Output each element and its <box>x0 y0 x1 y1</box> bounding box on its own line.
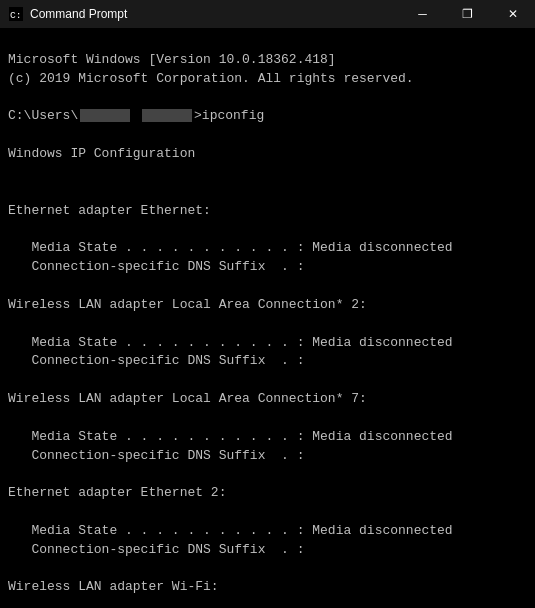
window-title: Command Prompt <box>30 7 127 21</box>
terminal-eth2-dns: Connection-specific DNS Suffix . : <box>8 542 304 557</box>
close-button[interactable]: ✕ <box>490 0 535 28</box>
terminal-wlan2-header: Wireless LAN adapter Local Area Connecti… <box>8 297 367 312</box>
terminal-eth2-header: Ethernet adapter Ethernet 2: <box>8 485 226 500</box>
terminal-eth1-dns: Connection-specific DNS Suffix . : <box>8 259 304 274</box>
terminal-line-ip-config: Windows IP Configuration <box>8 146 195 161</box>
terminal-wlan2-dns: Connection-specific DNS Suffix . : <box>8 353 304 368</box>
terminal-wlan7-media: Media State . . . . . . . . . . . : Medi… <box>8 429 453 444</box>
redacted-username <box>80 109 130 122</box>
terminal-line-blank8 <box>8 504 16 519</box>
cmd-icon: C: <box>8 6 24 22</box>
terminal-wlan2-media: Media State . . . . . . . . . . . : Medi… <box>8 335 453 350</box>
terminal-line-blank2 <box>8 221 16 236</box>
terminal-line-blank10 <box>8 598 16 608</box>
terminal-line-blank9 <box>8 561 16 576</box>
title-bar-left: C: Command Prompt <box>8 6 127 22</box>
title-bar-controls: ─ ❐ ✕ <box>400 0 535 28</box>
title-bar: C: Command Prompt ─ ❐ ✕ <box>0 0 535 28</box>
minimize-button[interactable]: ─ <box>400 0 445 28</box>
terminal-output: Microsoft Windows [Version 10.0.18362.41… <box>0 28 535 608</box>
terminal-line-blank5 <box>8 372 16 387</box>
terminal-line-blank1 <box>8 184 16 199</box>
svg-text:C:: C: <box>10 10 22 21</box>
terminal-line-2: (c) 2019 Microsoft Corporation. All righ… <box>8 71 414 86</box>
terminal-line-1: Microsoft Windows [Version 10.0.18362.41… <box>8 52 336 67</box>
terminal-eth1-header: Ethernet adapter Ethernet: <box>8 203 211 218</box>
restore-button[interactable]: ❐ <box>445 0 490 28</box>
terminal-wlan7-dns: Connection-specific DNS Suffix . : <box>8 448 304 463</box>
terminal-eth1-media: Media State . . . . . . . . . . . : Medi… <box>8 240 453 255</box>
redacted-domain <box>142 109 192 122</box>
terminal-line-blank4 <box>8 316 16 331</box>
terminal-wifi-header: Wireless LAN adapter Wi-Fi: <box>8 579 219 594</box>
terminal-line-blank7 <box>8 466 16 481</box>
terminal-eth2-media: Media State . . . . . . . . . . . : Medi… <box>8 523 453 538</box>
terminal-prompt-line: C:\Users\ >ipconfig <box>8 108 264 123</box>
terminal-line-blank3 <box>8 278 16 293</box>
terminal-wlan7-header: Wireless LAN adapter Local Area Connecti… <box>8 391 367 406</box>
terminal-line-blank6 <box>8 410 16 425</box>
